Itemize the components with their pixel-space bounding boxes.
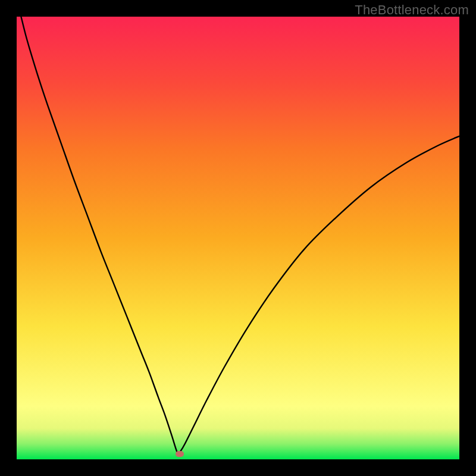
- watermark-text: TheBottleneck.com: [355, 2, 469, 18]
- chart-frame: TheBottleneck.com: [0, 0, 476, 476]
- bottleneck-curve: [17, 17, 459, 459]
- optimal-marker: [176, 451, 184, 457]
- plot-area: [17, 17, 459, 459]
